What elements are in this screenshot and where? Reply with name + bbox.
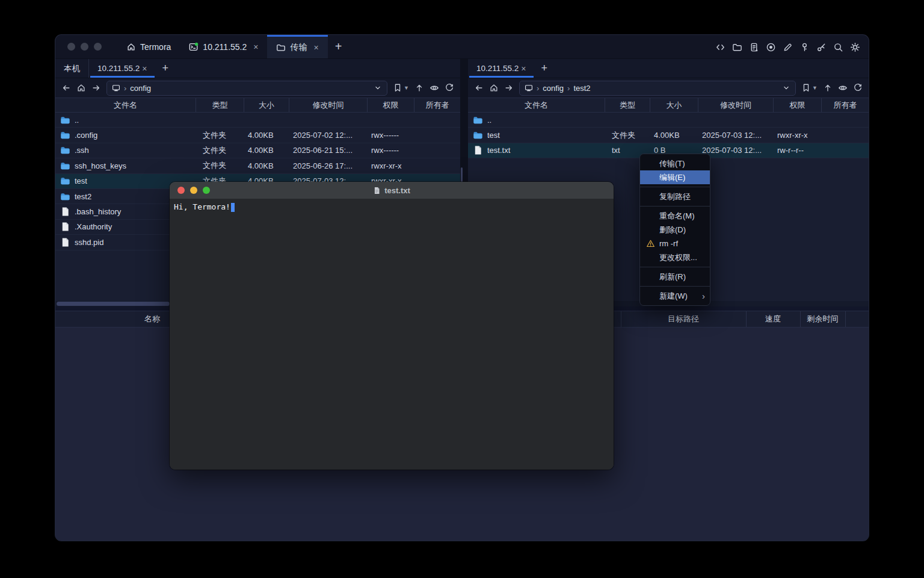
close-tab-icon[interactable]: × [521,64,526,73]
file-row-..[interactable]: .. [55,113,460,128]
menu-item-m[interactable]: 重命名(M) [640,209,710,223]
tab-label: Termora [140,42,171,52]
breadcrumb-segment[interactable]: config [130,84,151,93]
file-row-.ssh[interactable]: .ssh文件夹4.00KB2025-06-21 15:...rwx------ [55,143,460,158]
file-row-test[interactable]: test文件夹4.00KB2025-07-03 12:...rwxr-xr-x [468,128,869,143]
panel-tab-remote[interactable]: 10.211.55.2 × [468,59,535,78]
editor-zoom-button[interactable] [203,187,210,194]
transfer-column-remaining-time[interactable]: 剩余时间 [800,311,845,327]
bookmark-button[interactable]: ▼ [801,83,818,93]
bookmark-button[interactable]: ▼ [393,83,409,93]
menu-item-w[interactable]: 新建(W)› [640,289,710,303]
refresh-button[interactable] [853,83,863,93]
column-header-type[interactable]: 类型 [605,98,650,112]
column-header-owner[interactable]: 所有者 [821,98,869,112]
record-icon[interactable] [766,42,776,52]
file-name: .bash_history [75,207,121,216]
forward-button[interactable] [91,83,101,93]
menu-item-label: 编辑(E) [659,172,685,183]
column-header-size[interactable]: 大小 [650,98,698,112]
path-bar[interactable]: ›config [106,81,387,96]
tab-termora-home[interactable]: Termora [117,35,180,58]
left-panel-tabs: 本机 10.211.55.2 × + [55,59,460,78]
menu-item-e[interactable]: 编辑(E) [640,170,710,184]
add-panel-tab-button[interactable]: + [156,59,176,78]
forward-button[interactable] [504,83,514,93]
path-bar[interactable]: ›config›test2 [519,81,796,96]
panel-tab-local[interactable]: 本机 [55,59,89,78]
transfer-column-target-path[interactable]: 目标路径 [621,311,746,327]
document-icon [373,187,381,194]
file-row-ssh_host_keys[interactable]: ssh_host_keys文件夹4.00KB2025-06-26 17:...r… [55,158,460,173]
parent-directory-button[interactable] [823,83,833,93]
panel-tab-remote[interactable]: 10.211.55.2 × [89,59,156,78]
horizontal-scrollbar-thumb[interactable] [57,302,170,306]
close-tab-icon[interactable]: × [253,42,258,52]
panel-tab-label: 10.211.55.2 [97,64,140,73]
zoom-window-button[interactable] [94,43,102,51]
column-header-size[interactable]: 大小 [244,98,289,112]
file-row-..[interactable]: .. [468,113,869,128]
file-permissions: rwxr-xr-x [367,161,414,170]
menu-item-rmrf[interactable]: rm -rf [640,237,710,250]
settings-gear-icon[interactable] [850,42,860,52]
close-window-button[interactable] [67,43,75,51]
bookmark-caret-icon[interactable]: ▼ [812,85,818,91]
minimize-window-button[interactable] [81,43,88,51]
log-icon[interactable] [749,42,759,52]
folder-icon[interactable] [732,42,742,52]
editor-close-button[interactable] [177,187,185,194]
chevron-down-icon[interactable] [374,84,382,92]
transfer-column-speed[interactable]: 速度 [746,311,800,327]
editor-content[interactable]: Hi, Termora! [170,199,614,470]
show-hidden-eye-button[interactable] [838,83,848,93]
column-header-perm[interactable]: 权限 [773,98,821,112]
code-icon[interactable] [715,42,725,52]
parent-directory-button[interactable] [414,83,424,93]
add-panel-tab-button[interactable]: + [535,59,555,78]
chevron-down-icon[interactable] [782,84,790,92]
bookmark-caret-icon[interactable]: ▼ [404,85,409,91]
file-row-.config[interactable]: .config文件夹4.00KB2025-07-02 12:...rwx----… [55,128,460,143]
menu-separator [640,206,710,207]
home-button[interactable] [489,83,499,93]
terminal-icon [189,42,199,52]
editor-window: test.txt Hi, Termora! [170,182,614,470]
editor-titlebar[interactable]: test.txt [170,182,614,199]
refresh-button[interactable] [445,83,454,93]
new-tab-button[interactable]: + [328,35,350,58]
column-header-owner[interactable]: 所有者 [414,98,460,112]
tab-transfer[interactable]: 传输 × [267,35,327,58]
column-header-name[interactable]: 文件名 [468,98,605,112]
home-button[interactable] [76,83,86,93]
column-header-name[interactable]: 文件名 [55,98,196,112]
keychain-icon[interactable] [816,42,827,52]
column-header-type[interactable]: 类型 [196,98,244,112]
breadcrumb-segment[interactable]: test2 [573,84,590,93]
column-header-mtime[interactable]: 修改时间 [698,98,773,112]
right-panel-tabs: 10.211.55.2 × + [468,59,869,78]
close-tab-icon[interactable]: × [313,43,318,52]
menu-item-d[interactable]: 删除(D) [640,223,710,237]
column-header-perm[interactable]: 权限 [367,98,414,112]
tab-ssh-session[interactable]: 10.211.55.2 × [180,35,267,58]
menu-item-label: 传输(T) [659,158,685,169]
editor-minimize-button[interactable] [190,187,197,194]
computer-icon [525,84,533,92]
edit-icon[interactable] [783,42,793,52]
folder-icon [60,191,70,202]
column-header-mtime[interactable]: 修改时间 [289,98,367,112]
left-panel-toolbar: ›config ▼ [55,78,460,98]
menu-item-label: 删除(D) [659,225,686,235]
back-button[interactable] [61,83,71,93]
menu-item-[interactable]: 更改权限... [640,250,710,264]
back-button[interactable] [474,83,484,93]
menu-item-[interactable]: 复制路径 [640,190,710,204]
close-tab-icon[interactable]: × [142,64,147,73]
key-icon[interactable] [799,42,810,52]
search-icon[interactable] [833,42,843,52]
show-hidden-eye-button[interactable] [430,83,439,93]
menu-item-r[interactable]: 刷新(R) [640,270,710,284]
menu-item-t[interactable]: 传输(T) [640,157,710,170]
breadcrumb-segment[interactable]: config [543,84,564,93]
